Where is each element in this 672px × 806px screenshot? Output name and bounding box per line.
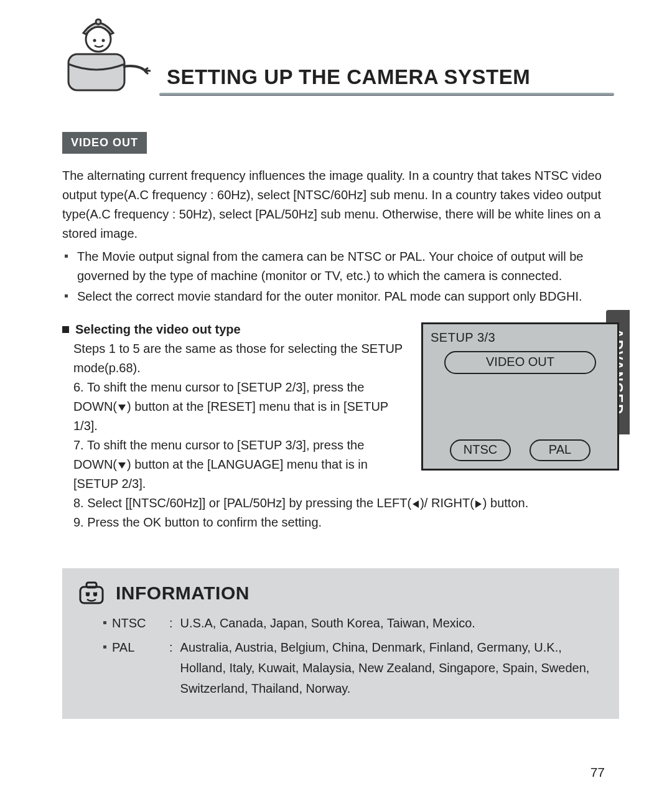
info-term: NTSC — [112, 613, 164, 634]
left-arrow-icon — [413, 500, 419, 508]
information-title: INFORMATION — [116, 583, 250, 604]
screen-title: SETUP 3/3 — [431, 330, 610, 345]
information-box: INFORMATION NTSC : U.S.A, Canada, Japan,… — [62, 568, 619, 719]
steps-and-screen: Selecting the video out type Steps 1 to … — [62, 322, 619, 494]
page-number: 77 — [590, 765, 605, 780]
info-desc: U.S.A, Canada, Japan, South Korea, Taiwa… — [180, 613, 603, 634]
screen-option-pal: PAL — [530, 439, 590, 461]
step-9: 9. Press the OK button to confirm the se… — [62, 513, 619, 532]
right-arrow-icon — [475, 500, 482, 508]
info-desc: Australia, Austria, Belgium, China, Denm… — [180, 637, 603, 699]
step-6: 6. To shift the menu cursor to [SETUP 2/… — [62, 378, 405, 436]
svg-point-3 — [102, 39, 105, 42]
info-row-ntsc: NTSC : U.S.A, Canada, Japan, South Korea… — [103, 613, 603, 637]
title-rule — [159, 93, 614, 96]
screen-menu-item: VIDEO OUT — [444, 351, 596, 374]
step-7: 7. To shift the menu cursor to [SETUP 3/… — [62, 436, 405, 494]
intro-bullets: The Movie output signal from the camera … — [62, 247, 619, 306]
page-header: SETTING UP THE CAMERA SYSTEM — [62, 16, 619, 100]
down-arrow-icon — [118, 462, 126, 469]
svg-rect-6 — [86, 583, 96, 588]
info-row-pal: PAL : Australia, Austria, Belgium, China… — [103, 637, 603, 703]
page-title: SETTING UP THE CAMERA SYSTEM — [167, 65, 614, 89]
intro-paragraph: The alternating current frequency influe… — [62, 166, 619, 243]
bullet-item: The Movie output signal from the camera … — [71, 247, 619, 286]
down-arrow-icon — [118, 405, 126, 411]
subheading-text: Selecting the video out type — [75, 322, 241, 337]
svg-point-4 — [96, 19, 101, 24]
step-8: 8. Select [[NTSC/60Hz]] or [PAL/50Hz] by… — [62, 494, 619, 513]
mascot-illustration — [62, 16, 156, 100]
info-term: PAL — [112, 637, 164, 699]
svg-rect-0 — [68, 54, 124, 90]
screen-option-ntsc: NTSC — [450, 439, 511, 461]
square-bullet-icon — [62, 326, 69, 333]
steps-lead: Steps 1 to 5 are the same as those for s… — [62, 339, 405, 378]
svg-point-2 — [93, 39, 96, 42]
camera-face-icon — [78, 581, 105, 606]
bullet-item: Select the correct movie standard for th… — [71, 287, 619, 306]
subheading: Selecting the video out type — [62, 322, 405, 337]
section-label-video-out: VIDEO OUT — [62, 132, 147, 154]
manual-page: ADVANCED SETTING UP THE CAMER — [0, 0, 672, 806]
camera-screen-diagram: SETUP 3/3 VIDEO OUT NTSC PAL — [421, 322, 619, 471]
